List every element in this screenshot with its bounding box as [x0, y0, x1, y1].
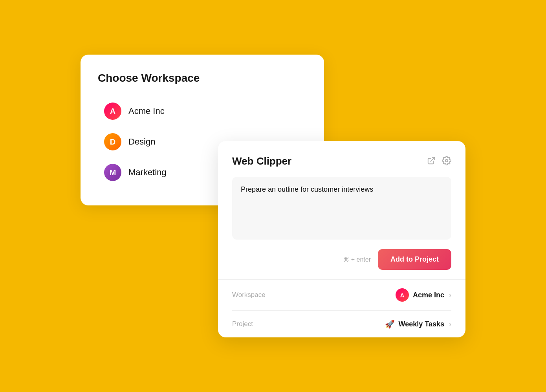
workspace-chooser-title: Choose Workspace	[98, 72, 307, 84]
svg-line-0	[431, 157, 434, 161]
avatar-acme: A	[104, 103, 121, 120]
workspace-meta-value[interactable]: A Acme Inc ›	[396, 288, 451, 302]
workspace-meta-avatar: A	[396, 288, 409, 302]
project-meta-row[interactable]: Project 🚀 Weekly Tasks ›	[232, 311, 451, 337]
workspace-item-label-acme: Acme Inc	[128, 106, 165, 116]
avatar-design: D	[104, 133, 121, 150]
svg-point-1	[445, 159, 448, 162]
workspace-meta-label: Workspace	[232, 291, 266, 299]
workspace-chevron-icon: ›	[449, 291, 451, 299]
shortcut-hint: ⌘ + enter	[343, 256, 371, 263]
project-chevron-icon: ›	[449, 320, 451, 328]
workspace-meta-name: Acme Inc	[413, 291, 444, 299]
add-to-project-button[interactable]: Add to Project	[378, 249, 451, 270]
clipper-title: Web Clipper	[232, 155, 291, 167]
project-meta-label: Project	[232, 320, 253, 328]
avatar-marketing: M	[104, 164, 121, 181]
clipper-header: Web Clipper	[232, 155, 451, 167]
project-meta-name: Weekly Tasks	[399, 320, 444, 328]
project-emoji: 🚀	[385, 319, 395, 329]
open-external-icon[interactable]	[427, 156, 436, 167]
workspace-meta-row[interactable]: Workspace A Acme Inc ›	[232, 280, 451, 311]
clipper-actions: ⌘ + enter Add to Project	[232, 249, 451, 270]
web-clipper-card: Web Clipper	[218, 141, 465, 337]
settings-icon[interactable]	[442, 156, 451, 167]
workspace-item-label-marketing: Marketing	[128, 167, 167, 178]
workspace-item-acme[interactable]: A Acme Inc	[98, 97, 307, 125]
project-meta-value[interactable]: 🚀 Weekly Tasks ›	[385, 319, 451, 329]
clipper-header-icons	[427, 156, 451, 167]
workspace-item-label-design: Design	[128, 137, 155, 147]
task-textarea[interactable]: Prepare an outline for customer intervie…	[232, 177, 451, 240]
